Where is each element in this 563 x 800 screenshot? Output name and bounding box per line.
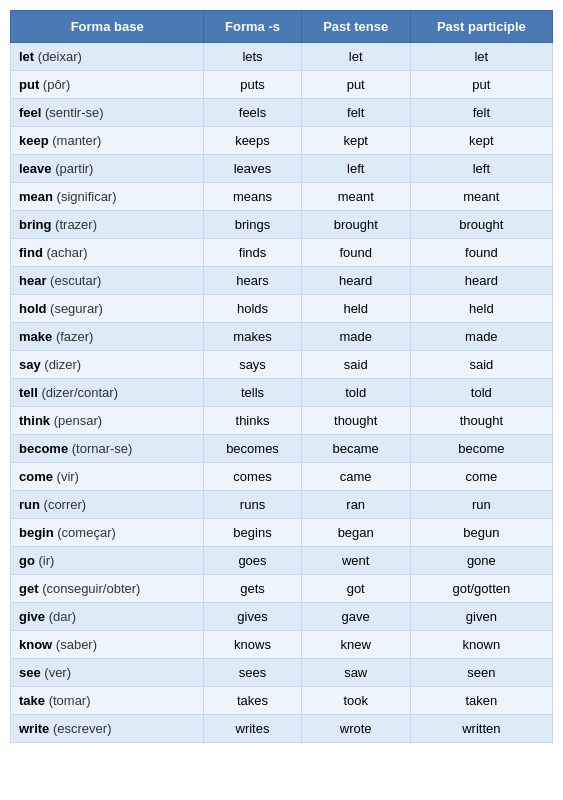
- cell-forma-s: keeps: [204, 127, 301, 155]
- cell-past-tense: gave: [301, 603, 410, 631]
- irregular-verbs-table: Forma base Forma -s Past tense Past part…: [10, 10, 553, 743]
- cell-past-tense: found: [301, 239, 410, 267]
- cell-forma-s: knows: [204, 631, 301, 659]
- header-forma-s: Forma -s: [204, 11, 301, 43]
- cell-past-participle: come: [410, 463, 552, 491]
- table-row: begin (começar)beginsbeganbegun: [11, 519, 553, 547]
- header-past-tense: Past tense: [301, 11, 410, 43]
- cell-base-form: write (escrever): [11, 715, 204, 743]
- table-row: see (ver)seessawseen: [11, 659, 553, 687]
- cell-past-participle: held: [410, 295, 552, 323]
- cell-past-tense: left: [301, 155, 410, 183]
- cell-base-form: let (deixar): [11, 43, 204, 71]
- table-row: know (saber)knowsknewknown: [11, 631, 553, 659]
- cell-forma-s: tells: [204, 379, 301, 407]
- table-row: come (vir)comescamecome: [11, 463, 553, 491]
- cell-base-form: take (tomar): [11, 687, 204, 715]
- cell-forma-s: lets: [204, 43, 301, 71]
- cell-past-tense: saw: [301, 659, 410, 687]
- cell-past-participle: heard: [410, 267, 552, 295]
- cell-forma-s: means: [204, 183, 301, 211]
- cell-past-participle: taken: [410, 687, 552, 715]
- cell-base-form: put (pôr): [11, 71, 204, 99]
- cell-past-participle: kept: [410, 127, 552, 155]
- cell-past-tense: kept: [301, 127, 410, 155]
- cell-past-tense: let: [301, 43, 410, 71]
- cell-past-tense: ran: [301, 491, 410, 519]
- cell-base-form: know (saber): [11, 631, 204, 659]
- table-row: hold (segurar)holdsheldheld: [11, 295, 553, 323]
- cell-forma-s: takes: [204, 687, 301, 715]
- cell-forma-s: says: [204, 351, 301, 379]
- cell-past-tense: held: [301, 295, 410, 323]
- cell-base-form: tell (dizer/contar): [11, 379, 204, 407]
- cell-past-participle: thought: [410, 407, 552, 435]
- header-past-participle: Past participle: [410, 11, 552, 43]
- table-row: put (pôr)putsputput: [11, 71, 553, 99]
- cell-forma-s: goes: [204, 547, 301, 575]
- table-row: hear (escutar)hearsheardheard: [11, 267, 553, 295]
- cell-base-form: go (ir): [11, 547, 204, 575]
- cell-past-participle: put: [410, 71, 552, 99]
- cell-past-tense: began: [301, 519, 410, 547]
- cell-base-form: hold (segurar): [11, 295, 204, 323]
- table-header-row: Forma base Forma -s Past tense Past part…: [11, 11, 553, 43]
- cell-past-tense: made: [301, 323, 410, 351]
- cell-forma-s: gets: [204, 575, 301, 603]
- cell-past-tense: got: [301, 575, 410, 603]
- cell-past-tense: meant: [301, 183, 410, 211]
- cell-past-participle: left: [410, 155, 552, 183]
- cell-past-participle: told: [410, 379, 552, 407]
- table-row: find (achar)findsfoundfound: [11, 239, 553, 267]
- cell-base-form: begin (começar): [11, 519, 204, 547]
- cell-base-form: say (dizer): [11, 351, 204, 379]
- cell-base-form: find (achar): [11, 239, 204, 267]
- cell-past-participle: felt: [410, 99, 552, 127]
- table-row: leave (partir)leavesleftleft: [11, 155, 553, 183]
- cell-past-tense: took: [301, 687, 410, 715]
- table-row: think (pensar)thinksthoughtthought: [11, 407, 553, 435]
- table-row: go (ir)goeswentgone: [11, 547, 553, 575]
- table-row: make (fazer)makesmademade: [11, 323, 553, 351]
- cell-past-tense: felt: [301, 99, 410, 127]
- cell-past-participle: got/gotten: [410, 575, 552, 603]
- cell-past-participle: brought: [410, 211, 552, 239]
- cell-past-tense: put: [301, 71, 410, 99]
- table-row: write (escrever)writeswrotewritten: [11, 715, 553, 743]
- table-row: tell (dizer/contar)tellstoldtold: [11, 379, 553, 407]
- cell-forma-s: holds: [204, 295, 301, 323]
- cell-past-participle: known: [410, 631, 552, 659]
- table-row: give (dar)givesgavegiven: [11, 603, 553, 631]
- cell-past-participle: given: [410, 603, 552, 631]
- cell-forma-s: feels: [204, 99, 301, 127]
- cell-base-form: leave (partir): [11, 155, 204, 183]
- cell-forma-s: makes: [204, 323, 301, 351]
- cell-past-participle: become: [410, 435, 552, 463]
- cell-past-tense: came: [301, 463, 410, 491]
- header-forma-base: Forma base: [11, 11, 204, 43]
- cell-forma-s: writes: [204, 715, 301, 743]
- cell-forma-s: leaves: [204, 155, 301, 183]
- table-row: bring (trazer)bringsbroughtbrought: [11, 211, 553, 239]
- cell-base-form: hear (escutar): [11, 267, 204, 295]
- cell-forma-s: begins: [204, 519, 301, 547]
- table-row: mean (significar)meansmeantmeant: [11, 183, 553, 211]
- cell-base-form: make (fazer): [11, 323, 204, 351]
- cell-base-form: run (correr): [11, 491, 204, 519]
- cell-base-form: get (conseguir/obter): [11, 575, 204, 603]
- cell-forma-s: gives: [204, 603, 301, 631]
- table-row: say (dizer)sayssaidsaid: [11, 351, 553, 379]
- table-row: let (deixar)letsletlet: [11, 43, 553, 71]
- cell-past-participle: meant: [410, 183, 552, 211]
- cell-base-form: become (tornar-se): [11, 435, 204, 463]
- cell-past-tense: went: [301, 547, 410, 575]
- cell-past-tense: said: [301, 351, 410, 379]
- cell-past-participle: said: [410, 351, 552, 379]
- table-row: get (conseguir/obter)getsgotgot/gotten: [11, 575, 553, 603]
- cell-base-form: come (vir): [11, 463, 204, 491]
- cell-past-tense: thought: [301, 407, 410, 435]
- cell-forma-s: brings: [204, 211, 301, 239]
- cell-base-form: mean (significar): [11, 183, 204, 211]
- cell-past-tense: wrote: [301, 715, 410, 743]
- cell-forma-s: hears: [204, 267, 301, 295]
